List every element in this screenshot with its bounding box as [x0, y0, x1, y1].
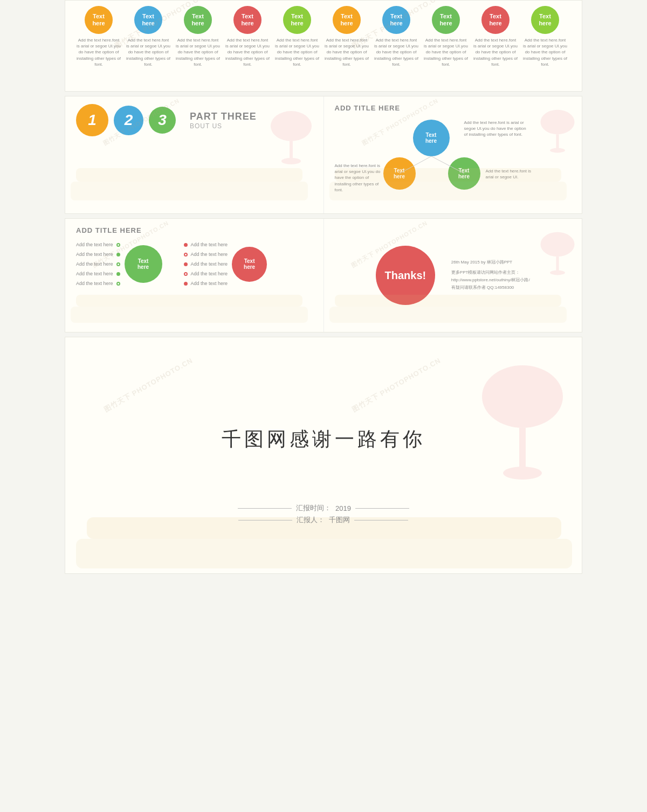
- icon-circle-9: Texthere: [481, 6, 510, 34]
- svg-rect-10: [335, 168, 561, 182]
- thanks-desc: 更多PPT模板请访问网站作者主页： http://www.pptstore.ne…: [451, 269, 530, 292]
- slide-title-mindmap: ADD TITLE HERE: [76, 226, 313, 234]
- branch-text-5: Add the text here: [76, 281, 113, 286]
- branch-right-2: Add the text here: [184, 252, 228, 257]
- branch-left-4: Add the text here: [76, 271, 120, 276]
- icon-card-6: Texthere Add the text here.font is arial…: [324, 6, 369, 67]
- icon-card-2: Texthere Add the text here.font is arial…: [126, 6, 171, 67]
- icon-card-10: Texthere Add the text here.font is arial…: [522, 6, 568, 67]
- sofa-decoration-3: [65, 289, 324, 329]
- branch-text-r5: Add the text here: [191, 281, 228, 286]
- branch-text-1: Add the text here: [76, 242, 113, 247]
- branch-left-5: Add the text here: [76, 281, 120, 286]
- icon-circle-1: Texthere: [85, 6, 113, 34]
- line-left-2: [238, 520, 292, 520]
- thanks-date: 26th May 2015 by 林冠小路PPT: [451, 259, 530, 266]
- icon-card-3: Texthere Add the text here.font is arial…: [175, 6, 221, 67]
- icon-circle-8: Texthere: [432, 6, 460, 34]
- icon-card-1: Texthere Add the text here.font is arial…: [76, 6, 121, 67]
- final-title: 千图网感谢一路有你: [222, 426, 425, 453]
- sofa-decoration-1: [65, 163, 324, 208]
- branch-right-5: Add the text here: [184, 281, 228, 286]
- branch-right-3: Add the text here: [184, 261, 228, 267]
- line-right-2: [354, 520, 408, 520]
- dot-3: [116, 262, 120, 266]
- icon-desc-5: Add the text here.font is arial or segoe…: [274, 37, 320, 67]
- svg-point-19: [482, 365, 563, 428]
- icon-circle-10: Texthere: [531, 6, 559, 34]
- branch-text-r2: Add the text here: [191, 252, 228, 257]
- watermark-final-1: 图竹天下 PHOTOPHOTO.CN: [102, 356, 195, 415]
- part-label: PART THREE BOUT US: [190, 111, 257, 130]
- slide-icon-row: 图竹天下 PHOTOPHOTO.CN 图竹天下 PHOTOPHOTO.CN Te…: [65, 0, 582, 92]
- svg-rect-13: [71, 307, 308, 323]
- icon-circle-3: Texthere: [184, 6, 212, 34]
- report-time-value: 2019: [335, 504, 351, 512]
- dot-r-1: [184, 243, 188, 247]
- branch-left-2: Add the text here: [76, 252, 120, 257]
- svg-rect-20: [519, 428, 526, 471]
- icon-desc-10: Add the text here.font is arial or segoe…: [522, 37, 568, 67]
- icon-desc-1: Add the text here.font is arial or segoe…: [76, 37, 121, 67]
- line-right-1: [355, 508, 409, 509]
- svg-rect-15: [556, 256, 559, 272]
- icon-desc-8: Add the text here.font is arial or segoe…: [423, 37, 469, 67]
- icon-desc-9: Add the text here.font is arial or segoe…: [473, 37, 518, 67]
- part-circle-3: 3: [149, 107, 176, 134]
- branch-text-2: Add the text here: [76, 252, 113, 257]
- lamp-big-right: [479, 348, 566, 501]
- svg-point-14: [541, 232, 575, 257]
- thanks-label: Thanks!: [384, 269, 426, 282]
- watermark-final-2: 图竹天下 PHOTOPHOTO.CN: [350, 356, 443, 415]
- svg-point-0: [271, 111, 312, 141]
- center-circle-red: Texthere: [232, 247, 267, 282]
- svg-point-16: [550, 270, 565, 275]
- right-branches: Add the text here Add the text here Add …: [184, 242, 228, 286]
- icon-circle-7: Texthere: [382, 6, 410, 34]
- dot-2: [116, 253, 120, 256]
- icon-card-7: Texthere Add the text here.font is arial…: [374, 6, 419, 67]
- slide-mindmap: 图竹天下 PHOTOPHOTO.CN ADD TITLE HERE Add th…: [65, 219, 324, 332]
- part-circle-2: 2: [114, 106, 143, 135]
- center-circle-green: Texthere: [125, 245, 162, 283]
- icon-desc-4: Add the text here.font is arial or segoe…: [225, 37, 270, 67]
- icon-row: Texthere Add the text here.font is arial…: [76, 6, 571, 67]
- slide-row-3: 图竹天下 PHOTOPHOTO.CN ADD TITLE HERE Add th…: [65, 218, 582, 332]
- icon-desc-3: Add the text here.font is arial or segoe…: [175, 37, 221, 67]
- mindmap-container: Add the text here Add the text here Add …: [76, 242, 313, 286]
- icon-desc-7: Add the text here.font is arial or segoe…: [374, 37, 419, 67]
- dot-4: [116, 272, 120, 276]
- lamp-decoration-3: [539, 221, 576, 288]
- part-circle-1: 1: [76, 104, 108, 136]
- branch-left-3: Add the text here: [76, 261, 120, 267]
- bubble-desc-1: Add the text here.font is arial or segoe…: [464, 120, 529, 138]
- svg-rect-18: [329, 307, 567, 323]
- branch-text-3: Add the text here: [76, 261, 113, 267]
- svg-rect-1: [290, 141, 293, 160]
- icon-card-9: Texthere Add the text here.font is arial…: [473, 6, 518, 67]
- line-left-1: [238, 508, 292, 509]
- bubble-blue: Texthere: [413, 120, 450, 156]
- svg-point-21: [503, 467, 542, 480]
- svg-rect-3: [76, 168, 302, 182]
- slide-bubble: 图竹天下 PHOTOPHOTO.CN ADD TITLE HERE Texthe…: [324, 96, 582, 213]
- slide-part-three: 图竹天下 PHOTOPHOTO.CN 1 2 3 PART THREE BOUT…: [65, 96, 324, 213]
- slide-title-bubble: ADD TITLE HERE: [335, 104, 572, 112]
- dot-r-2: [184, 253, 188, 256]
- icon-card-5: Texthere Add the text here.font is arial…: [274, 6, 320, 67]
- slide-row-2: 图竹天下 PHOTOPHOTO.CN 1 2 3 PART THREE BOUT…: [65, 96, 582, 214]
- branch-text-r1: Add the text here: [191, 242, 228, 247]
- reporter-value: 千图网: [329, 515, 350, 525]
- icon-circle-2: Texthere: [134, 6, 162, 34]
- branch-text-4: Add the text here: [76, 271, 113, 276]
- reporter-label: 汇报人：: [297, 515, 325, 525]
- svg-rect-12: [76, 295, 302, 307]
- part-sub: BOUT US: [190, 122, 257, 130]
- slide-final: 图竹天下 PHOTOPHOTO.CN 图竹天下 PHOTOPHOTO.CN 千图…: [65, 337, 582, 574]
- branch-text-r4: Add the text here: [191, 271, 228, 276]
- dot-r-5: [184, 282, 188, 286]
- thanks-info: 26th May 2015 by 林冠小路PPT 更多PPT模板请访问网站作者主…: [451, 259, 530, 292]
- slide-thanks: 图竹天下 PHOTOPHOTO.CN Thanks! 26th May 2015…: [324, 219, 582, 332]
- icon-circle-4: Texthere: [233, 6, 261, 34]
- branch-right-4: Add the text here: [184, 271, 228, 276]
